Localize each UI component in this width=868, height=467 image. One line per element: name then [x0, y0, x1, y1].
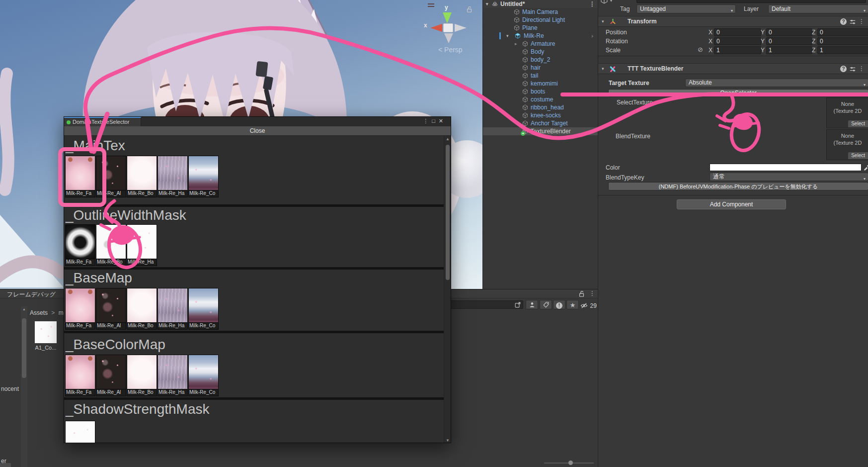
scale-y-field[interactable]: 1	[766, 46, 812, 54]
hierarchy-item-kemomimi[interactable]: kemomimi	[483, 80, 598, 88]
texture-tile[interactable]: Milk-Re_Fa	[65, 156, 95, 197]
hierarchy-item-ribbon-head[interactable]: ribbon_head	[483, 103, 598, 111]
blend-texture-object-field[interactable]: None (Texture 2D Select	[826, 129, 868, 160]
help-icon[interactable]: ?	[840, 66, 847, 72]
rotation-y-field[interactable]: 0	[766, 37, 812, 45]
texture-tile[interactable]: Milk-Re_Ha	[158, 288, 188, 330]
project-kebab-icon[interactable]: ⋮	[589, 290, 595, 297]
gizmo-x-label[interactable]: x	[424, 22, 427, 29]
scale-x-field[interactable]: 1	[714, 46, 761, 54]
scene-menu-icon[interactable]	[428, 3, 434, 8]
fold-arrow-icon[interactable]: ▸	[515, 40, 517, 48]
search-by-import-log-button[interactable]: !	[553, 300, 565, 309]
hierarchy-item-main-camera[interactable]: Main Camera	[483, 8, 598, 16]
folder-item-partial[interactable]: nocent	[1, 385, 19, 392]
prefab-open-chevron-icon[interactable]: ›	[591, 32, 593, 40]
scrollbar-thumb[interactable]	[22, 318, 26, 378]
hierarchy-item-body[interactable]: Body	[483, 48, 598, 56]
texture-tile[interactable]: Milk-Re_Bo	[127, 156, 157, 197]
scrollbar-thumb[interactable]	[446, 145, 450, 280]
layer-dropdown[interactable]: Default▾	[768, 4, 868, 13]
hierarchy-item-body-2[interactable]: body_2	[483, 56, 598, 64]
texture-tile[interactable]: Milk-Re_Fa	[65, 224, 95, 266]
hscrollbar-corner[interactable]	[0, 463, 11, 467]
texture-tile[interactable]: Milk-Re_Co	[188, 288, 219, 330]
eyedropper-icon[interactable]	[863, 164, 868, 171]
blend-type-key-dropdown[interactable]: 通常▾	[710, 173, 868, 181]
icon-dropdown-arrow[interactable]: ▾	[610, 0, 612, 3]
scale-z-field[interactable]: 1	[817, 46, 868, 54]
breadcrumb-assets[interactable]: Assets	[30, 309, 48, 316]
hierarchy-item-plane[interactable]: Plane	[483, 24, 598, 32]
search-by-type-button[interactable]	[526, 300, 538, 309]
frame-debug-tab[interactable]: フレームデバッグ	[7, 290, 56, 299]
position-y-field[interactable]: 0	[766, 28, 812, 36]
color-swatch[interactable]	[710, 164, 862, 171]
target-texture-dropdown[interactable]: Absolute▾	[685, 79, 868, 87]
hierarchy-item-hair[interactable]: hair	[483, 64, 598, 72]
hierarchy-item-knee-socks[interactable]: knee-socks	[483, 111, 598, 119]
hierarchy-item-boots[interactable]: boots	[483, 88, 598, 95]
object-picker-button[interactable]: Select	[848, 120, 868, 127]
gizmo-y-label[interactable]: y	[445, 4, 448, 11]
texture-tile[interactable]: Milk-Re_Bo	[127, 355, 157, 396]
texture-tile[interactable]: Milk-Re_Al	[96, 156, 126, 197]
scroll-up-icon[interactable]: ▲	[22, 307, 26, 311]
position-z-field[interactable]: 0	[817, 28, 868, 36]
presets-icon[interactable]	[849, 66, 856, 73]
transform-header[interactable]: ▾ Transform ? ⋮	[598, 16, 868, 27]
ndmf-preview-toggle-button[interactable]: (NDMF) BeforeUVModification-Phase のプレビュー…	[608, 182, 868, 190]
fold-arrow-icon[interactable]: ▾	[506, 32, 509, 40]
hierarchy-item-armature[interactable]: ▸ Armature	[483, 40, 598, 48]
rotation-z-field[interactable]: 0	[817, 37, 868, 45]
project-lock-icon[interactable]	[578, 290, 585, 297]
texture-tile[interactable]: Milk-Re_Bo	[127, 288, 157, 330]
search-by-label-button[interactable]	[540, 300, 552, 309]
hierarchy-item-costume[interactable]: costume	[483, 95, 598, 103]
texture-tile[interactable]: Milk-Re_Ha	[158, 156, 188, 197]
texture-tile[interactable]: Milk-Re_Fa	[65, 288, 95, 330]
fold-arrow-icon[interactable]: ▾	[602, 19, 604, 24]
gizmo-center-cube[interactable]	[443, 23, 453, 32]
texture-tile[interactable]	[65, 421, 95, 443]
window-scrollbar[interactable]: ▲ ▼	[444, 136, 451, 443]
gizmo-z-cone[interactable]	[455, 24, 467, 32]
tag-dropdown[interactable]: Untagged▾	[636, 4, 736, 13]
object-picker-button[interactable]: Select	[848, 152, 868, 159]
gizmo-x-cone[interactable]	[430, 24, 442, 32]
hidden-packages-toggle[interactable]: 29	[580, 301, 597, 310]
hierarchy-item-anchor-target[interactable]: Anchor Target	[483, 119, 598, 127]
open-selector-button[interactable]: OpenSelector	[608, 89, 868, 97]
component-kebab-icon[interactable]: ⋮	[859, 65, 865, 72]
gameobject-name-field[interactable]	[636, 0, 866, 3]
gameobject-icon-selector[interactable]	[600, 0, 609, 4]
texture-tile[interactable]: Milk-Re_Ha	[158, 355, 188, 396]
fold-arrow-icon[interactable]: ▾	[602, 66, 604, 71]
rotation-x-field[interactable]: 0	[714, 37, 761, 45]
texture-tile[interactable]: Milk-Re_Fa	[65, 355, 95, 396]
close-button[interactable]: Close	[64, 126, 451, 136]
select-texture-object-field[interactable]: None (Texture 2D Select	[826, 97, 868, 128]
favorites-button[interactable]: ★	[566, 300, 579, 309]
gizmo-down-cone[interactable]	[444, 33, 453, 43]
hierarchy-item-tail[interactable]: tail	[483, 72, 598, 80]
component-kebab-icon[interactable]: ⋮	[859, 18, 865, 25]
position-x-field[interactable]: 0	[714, 28, 761, 36]
texture-tile[interactable]: Milk-Re_Al	[96, 288, 126, 330]
open-in-window-icon[interactable]	[514, 301, 521, 308]
scene-lock-icon[interactable]	[466, 6, 473, 13]
scroll-down-icon[interactable]: ▼	[444, 438, 451, 443]
textureblender-header[interactable]: ▾ TTT TextureBlender ? ⋮	[598, 63, 868, 74]
add-component-button[interactable]: Add Component	[677, 199, 786, 209]
hierarchy-item-textureblender[interactable]: + TextureBlender	[483, 127, 598, 135]
hierarchy-kebab-icon[interactable]: ⋮	[589, 0, 595, 8]
texture-tile[interactable]: Milk-Re_Co	[188, 156, 219, 197]
perspective-toggle[interactable]: < Persp	[438, 46, 463, 54]
hierarchy-item-milk-re[interactable]: ▾ Milk-Re ›	[483, 32, 598, 40]
close-icon[interactable]: ✕	[439, 118, 447, 124]
window-kebab-icon[interactable]: ⋮	[423, 118, 432, 124]
texture-tile[interactable]: Milk-Re_Ha	[127, 224, 157, 266]
texture-tile[interactable]: Milk-Re_Co	[188, 355, 219, 396]
texture-tile[interactable]: Milk-Re_Bo	[96, 224, 126, 266]
fold-arrow-icon[interactable]: ▾	[486, 0, 488, 8]
